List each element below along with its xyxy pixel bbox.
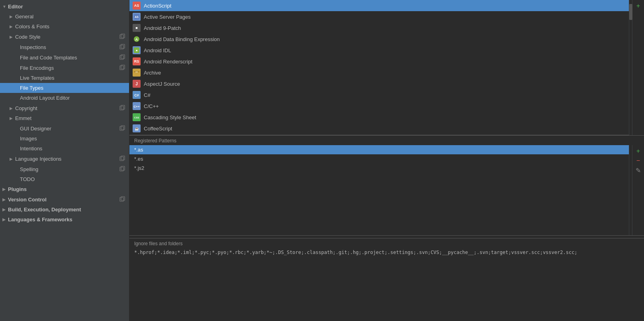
add-pattern-button[interactable]: +	[634, 147, 643, 156]
file-type-row-android-renderscript[interactable]: RS Android Renderscript	[129, 56, 629, 67]
sidebar-item-build-execution[interactable]: ▶ Build, Execution, Deployment	[0, 205, 129, 215]
ignore-files-label: Ignore files and folders	[129, 238, 644, 248]
svg-rect-26	[135, 72, 138, 72]
sidebar-item-file-code-templates[interactable]: ▶ File and Code Templates	[0, 52, 129, 63]
sidebar-label-gui-designer: GUI Designer	[20, 126, 118, 132]
svg-rect-24	[134, 70, 139, 75]
sidebar-label-spelling: Spelling	[20, 166, 118, 172]
gui-designer-copy-icon	[119, 125, 126, 132]
plugins-arrow-icon: ▶	[2, 187, 8, 191]
sidebar-item-inspections[interactable]: ▶ Inspections	[0, 42, 129, 52]
file-type-row-android-data-binding[interactable]: A Android Data Binding Expression	[129, 33, 629, 45]
file-type-label-cpp: C/C++	[144, 103, 159, 109]
sidebar-item-general[interactable]: ▶ General	[0, 12, 129, 22]
sidebar-label-intentions: Intentions	[20, 146, 126, 152]
sidebar-item-intentions[interactable]: ▶ Intentions	[0, 144, 129, 154]
file-type-row-coffeescript[interactable]: ☕ CoffeeScript	[129, 123, 629, 134]
sidebar-label-file-encodings: File Encodings	[20, 65, 118, 71]
pattern-row-as[interactable]: *.as	[129, 145, 629, 154]
svg-text:☕: ☕	[135, 126, 139, 131]
sidebar-label-copyright: Copyright	[15, 105, 118, 111]
svg-text:AS: AS	[135, 16, 139, 18]
copyright-arrow-icon: ▶	[10, 106, 15, 110]
file-type-label-asp: Active Server Pages	[144, 14, 191, 20]
patterns-scrollbar[interactable]	[629, 145, 632, 235]
sidebar-label-plugins: Plugins	[8, 186, 126, 192]
file-type-row-css[interactable]: CSS Cascading Style Sheet	[129, 112, 629, 123]
remove-pattern-button[interactable]: −	[634, 156, 643, 165]
sidebar-item-languages-frameworks[interactable]: ▶ Languages & Frameworks	[0, 215, 129, 225]
file-types-scrollbar[interactable]	[629, 0, 632, 135]
file-type-row-aspectj[interactable]: J AspectJ Source	[129, 78, 629, 89]
add-file-type-button[interactable]: +	[634, 2, 643, 10]
aspectj-icon: J	[133, 80, 141, 88]
file-type-row-actionscript[interactable]: AS ActionScript	[129, 0, 629, 11]
sidebar-item-language-injections[interactable]: ▶ Language Injections	[0, 154, 129, 164]
inspections-copy-icon	[119, 44, 126, 50]
svg-text:A: A	[135, 37, 138, 41]
pattern-row-es[interactable]: *.es	[129, 154, 629, 163]
file-code-copy-icon	[119, 54, 126, 61]
file-type-row-android-9patch[interactable]: ■ Android 9-Patch	[129, 22, 629, 33]
sidebar-item-plugins[interactable]: ▶ Plugins	[0, 184, 129, 194]
sidebar-item-code-style[interactable]: ▶ Code Style	[0, 32, 129, 42]
cpp-icon: C++	[133, 102, 141, 110]
file-type-row-archive[interactable]: Archive	[129, 67, 629, 78]
svg-text:CSS: CSS	[134, 116, 139, 119]
pattern-row-js2[interactable]: *.js2	[129, 163, 629, 173]
registered-patterns-section: Registered Patterns *.as *.es *.js2 + − …	[129, 136, 644, 235]
sidebar-label-editor: Editor	[8, 4, 126, 10]
sidebar-item-android-layout-editor[interactable]: ▶ Android Layout Editor	[0, 93, 129, 103]
sidebar-item-colors-fonts[interactable]: ▶ Colors & Fonts	[0, 22, 129, 32]
sidebar-label-android-layout-editor: Android Layout Editor	[20, 95, 126, 101]
file-type-row-active-server-pages[interactable]: AS Active Server Pages	[129, 11, 629, 22]
sidebar-item-file-types[interactable]: ▶ File Types	[0, 83, 129, 93]
file-type-row-csharp[interactable]: C# C#	[129, 89, 629, 100]
file-type-label-aspectj: AspectJ Source	[144, 81, 180, 87]
file-type-label-css: Cascading Style Sheet	[144, 114, 196, 120]
main-content: AS ActionScript AS Active Server Pages ■…	[129, 0, 644, 321]
sidebar-item-spelling[interactable]: ▶ Spelling	[0, 164, 129, 174]
sidebar-item-gui-designer[interactable]: ▶ GUI Designer	[0, 123, 129, 134]
build-arrow-icon: ▶	[2, 207, 8, 212]
android-9patch-icon: ■	[133, 24, 141, 32]
sidebar-label-file-types: File Types	[20, 85, 126, 91]
code-style-copy-icon	[119, 33, 126, 40]
settings-sidebar: ▼ Editor ▶ General ▶ Colors & Fonts ▶ Co…	[0, 0, 129, 321]
emmet-arrow-icon: ▶	[10, 116, 15, 120]
scrollbar-thumb	[629, 4, 632, 20]
android-idl-icon: ■	[133, 46, 141, 54]
file-types-list[interactable]: AS ActionScript AS Active Server Pages ■…	[129, 0, 629, 135]
file-type-label-android-data-binding: Android Data Binding Expression	[144, 36, 220, 42]
file-type-label-android-9patch: Android 9-Patch	[144, 25, 181, 31]
edit-pattern-button[interactable]: ✎	[634, 166, 643, 175]
file-type-label-coffeescript: CoffeeScript	[144, 126, 172, 132]
file-types-section: AS ActionScript AS Active Server Pages ■…	[129, 0, 644, 136]
file-type-label-csharp: C#	[144, 92, 151, 98]
editor-arrow-icon: ▼	[2, 4, 8, 9]
sidebar-label-languages-frameworks: Languages & Frameworks	[8, 217, 126, 223]
sidebar-item-todo[interactable]: ▶ TODO	[0, 174, 129, 184]
svg-text:C++: C++	[133, 105, 139, 108]
sidebar-label-images: Images	[20, 136, 126, 142]
patterns-list[interactable]: *.as *.es *.js2	[129, 145, 629, 235]
sidebar-label-code-style: Code Style	[15, 34, 118, 40]
sidebar-item-copyright[interactable]: ▶ Copyright	[0, 103, 129, 113]
sidebar-item-emmet[interactable]: ▶ Emmet	[0, 113, 129, 123]
pattern-label-as: *.as	[134, 147, 143, 153]
sidebar-item-images[interactable]: ▶ Images	[0, 134, 129, 144]
registered-patterns-label: Registered Patterns	[129, 136, 644, 145]
sidebar-item-file-encodings[interactable]: ▶ File Encodings	[0, 63, 129, 73]
ignore-files-input[interactable]	[134, 250, 639, 266]
file-encodings-copy-icon	[119, 65, 126, 71]
sidebar-item-version-control[interactable]: ▶ Version Control	[0, 194, 129, 205]
file-type-row-android-idl[interactable]: ■ Android IDL	[129, 45, 629, 56]
sidebar-label-general: General	[15, 14, 126, 20]
sidebar-item-live-templates[interactable]: ▶ Live Templates	[0, 73, 129, 83]
code-style-arrow-icon: ▶	[10, 35, 15, 39]
file-type-row-cpp[interactable]: C++ C/C++	[129, 100, 629, 112]
sidebar-item-editor[interactable]: ▼ Editor	[0, 2, 129, 12]
pattern-label-js2: *.js2	[134, 165, 144, 171]
svg-text:J: J	[135, 82, 138, 86]
css-icon: CSS	[133, 113, 141, 121]
